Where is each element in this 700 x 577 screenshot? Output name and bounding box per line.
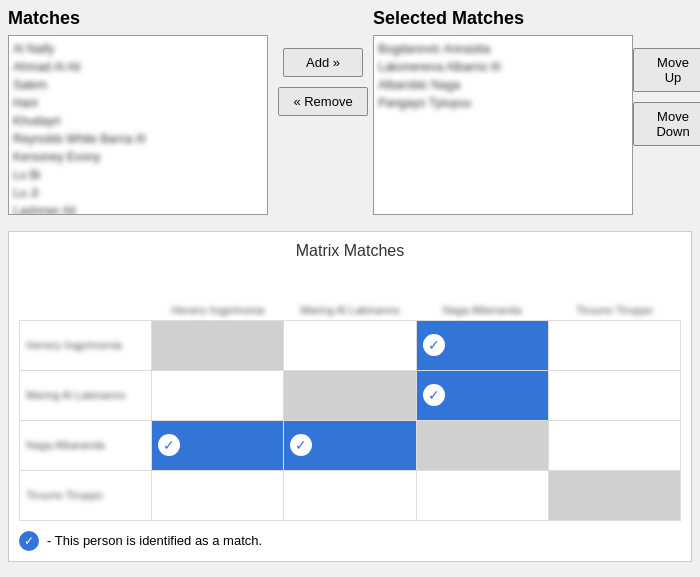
check-icon: ✓ xyxy=(423,334,445,356)
matrix-cell xyxy=(548,320,680,370)
list-item[interactable]: Lashmer Ali xyxy=(13,202,263,215)
row-label: Henery Ingprinomia xyxy=(20,320,152,370)
row-label: Naga Albaranda xyxy=(20,420,152,470)
selected-title: Selected Matches xyxy=(373,8,633,29)
matrix-cell xyxy=(152,470,284,520)
add-remove-buttons: Add » « Remove xyxy=(273,8,373,116)
move-buttons: Move Up Move Down xyxy=(633,8,700,146)
matrix-title: Matrix Matches xyxy=(19,242,681,260)
matches-title: Matches xyxy=(8,8,273,29)
list-item[interactable]: Reynolds White Barna III xyxy=(13,130,263,148)
check-icon: ✓ xyxy=(158,434,180,456)
selected-listbox[interactable]: Bogdanovic Annastia Lakoneneva Albarno I… xyxy=(373,35,633,215)
list-item[interactable]: Lu Bi xyxy=(13,166,263,184)
matrix-cell xyxy=(548,370,680,420)
legend: ✓ - This person is identified as a match… xyxy=(19,531,681,551)
legend-check-icon: ✓ xyxy=(19,531,39,551)
check-icon: ✓ xyxy=(290,434,312,456)
list-item[interactable]: Al Naify xyxy=(13,40,263,58)
selected-list-item[interactable]: Albarobic Naga xyxy=(378,76,628,94)
check-icon: ✓ xyxy=(423,384,445,406)
list-item[interactable]: Lu Ji xyxy=(13,184,263,202)
matrix-cell xyxy=(416,420,548,470)
move-down-button[interactable]: Move Down xyxy=(633,102,700,146)
col-header-3: Naga Alberanda xyxy=(416,270,548,320)
table-row: Naga Albaranda ✓ ✓ xyxy=(20,420,681,470)
top-section: Matches Al Naify Ahmad Al Ali Salem Hani… xyxy=(0,0,700,223)
matrix-cell xyxy=(284,470,416,520)
selected-panel: Selected Matches Bogdanovic Annastia Lak… xyxy=(373,8,633,215)
matrix-cell xyxy=(152,320,284,370)
selected-list-item[interactable]: Lakoneneva Albarno III xyxy=(378,58,628,76)
matrix-cell xyxy=(548,420,680,470)
table-row: Maring Al Lakinanno ✓ xyxy=(20,370,681,420)
matches-listbox[interactable]: Al Naify Ahmad Al Ali Salem Hani Khudayr… xyxy=(8,35,268,215)
matrix-cell: ✓ xyxy=(416,320,548,370)
matrix-cell: ✓ xyxy=(416,370,548,420)
matrix-section: Matrix Matches Henery Ingprinonia Maring… xyxy=(8,231,692,562)
matrix-cell: ✓ xyxy=(284,420,416,470)
list-item[interactable]: Kersoney Evony xyxy=(13,148,263,166)
remove-button[interactable]: « Remove xyxy=(278,87,367,116)
list-item[interactable]: Salem xyxy=(13,76,263,94)
legend-text: - This person is identified as a match. xyxy=(47,533,262,548)
matrix-cell: ✓ xyxy=(152,420,284,470)
matrix-cell xyxy=(548,470,680,520)
col-header-4: Tiruuno Tiruppo xyxy=(548,270,680,320)
matrix-cell xyxy=(152,370,284,420)
matches-panel: Matches Al Naify Ahmad Al Ali Salem Hani… xyxy=(8,8,273,215)
selected-list-item[interactable]: Pangayo Tpiuyuu xyxy=(378,94,628,112)
table-row: Tiruuno Tiruppo xyxy=(20,470,681,520)
list-item[interactable]: Hani xyxy=(13,94,263,112)
matrix-cell xyxy=(284,370,416,420)
row-label: Maring Al Lakinanno xyxy=(20,370,152,420)
list-item[interactable]: Khudayri xyxy=(13,112,263,130)
table-row: Henery Ingprinomia ✓ xyxy=(20,320,681,370)
selected-list-item[interactable]: Bogdanovic Annastia xyxy=(378,40,628,58)
col-header-2: Maring Al Lakinanno xyxy=(284,270,416,320)
col-header-1: Henery Ingprinonia xyxy=(152,270,284,320)
matrix-cell xyxy=(284,320,416,370)
move-up-button[interactable]: Move Up xyxy=(633,48,700,92)
matrix-cell xyxy=(416,470,548,520)
matrix-table: Henery Ingprinonia Maring Al Lakinanno N… xyxy=(19,270,681,521)
list-item[interactable]: Ahmad Al Ali xyxy=(13,58,263,76)
add-button[interactable]: Add » xyxy=(283,48,363,77)
row-label: Tiruuno Tiruppo xyxy=(20,470,152,520)
